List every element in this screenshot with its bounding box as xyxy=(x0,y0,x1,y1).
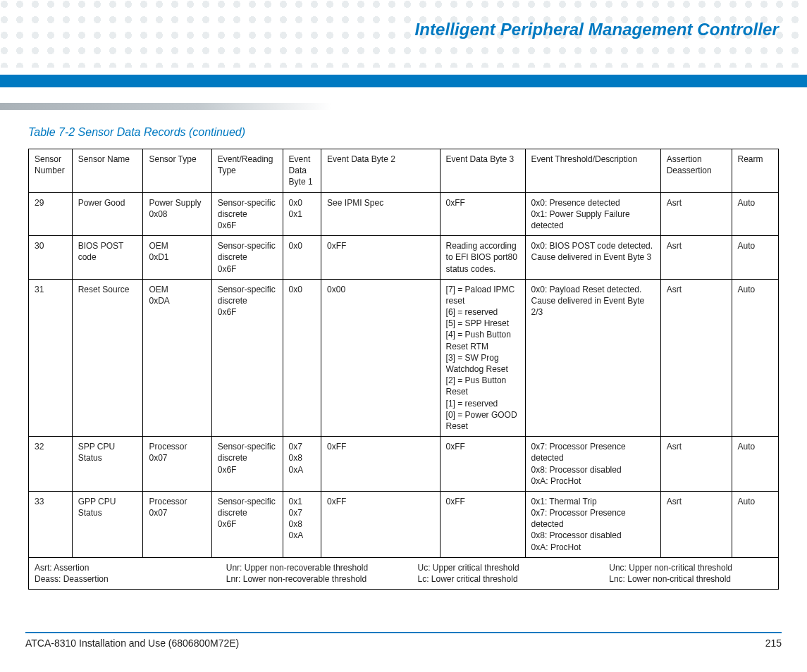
table-row: 29Power GoodPower Supply 0x08Sensor-spec… xyxy=(29,192,779,236)
th-event-data-byte3: Event Data Byte 3 xyxy=(440,149,525,193)
th-assertion: Assertion Deassertion xyxy=(660,149,732,193)
cell-ass: Asrt xyxy=(660,437,732,492)
cell-rearm: Auto xyxy=(732,437,778,492)
cell-num: 32 xyxy=(29,437,73,492)
sensor-data-table: Sensor Number Sensor Name Sensor Type Ev… xyxy=(28,149,779,590)
table-row: 32SPP CPU StatusProcessor0x07Sensor-spec… xyxy=(29,437,779,492)
cell-num: 30 xyxy=(29,236,73,280)
cell-b2: See IPMI Spec xyxy=(321,192,440,236)
cell-b2: 0x00 xyxy=(321,279,440,436)
th-sensor-number: Sensor Number xyxy=(29,149,73,193)
cell-num: 29 xyxy=(29,192,73,236)
cell-name: BIOS POST code xyxy=(72,236,143,280)
cell-name: GPP CPU Status xyxy=(72,491,143,557)
cell-desc: 0x0: Presence detected0x1: Power Supply … xyxy=(525,192,660,236)
cell-b1: 0x0 xyxy=(283,279,321,436)
header-gray-bar xyxy=(0,103,331,110)
cell-b2: 0xFF xyxy=(321,491,440,557)
cell-evt: Sensor-specific discrete0x6F xyxy=(211,192,283,236)
legend-deass: Deass: Deassertion xyxy=(35,573,198,585)
legend-lnr: Lnr: Lower non-recoverable threshold xyxy=(226,573,390,585)
th-sensor-name: Sensor Name xyxy=(72,149,143,193)
header-blue-bar xyxy=(0,75,807,87)
th-event-reading-type: Event/Reading Type xyxy=(211,149,283,193)
cell-b3: 0xFF xyxy=(440,192,525,236)
legend-lnc: Lnc: Lower non-critical threshold xyxy=(609,573,772,585)
cell-b1: 0x70x80xA xyxy=(283,437,321,492)
th-sensor-type: Sensor Type xyxy=(143,149,211,193)
cell-name: SPP CPU Status xyxy=(72,437,143,492)
cell-evt: Sensor-specific discrete0x6F xyxy=(211,491,283,557)
cell-type: Power Supply 0x08 xyxy=(143,192,211,236)
footer-page-number: 215 xyxy=(765,637,782,649)
table-legend-row: Asrt: Assertion Deass: Deassertion Unr: … xyxy=(29,557,779,589)
chapter-title: Intelligent Peripheral Management Contro… xyxy=(415,20,780,39)
page-content: Table 7-2 Sensor Data Records (continued… xyxy=(0,126,807,590)
cell-b1: 0x0 xyxy=(283,236,321,280)
cell-type: OEM0xD1 xyxy=(143,236,211,280)
cell-b1: 0x10x70x80xA xyxy=(283,491,321,557)
legend-unc: Unc: Upper non-critical threshold xyxy=(609,562,772,573)
th-event-data-byte1: Event Data Byte 1 xyxy=(283,149,321,193)
cell-desc: 0x1: Thermal Trip0x7: Processor Presence… xyxy=(525,491,660,557)
cell-rearm: Auto xyxy=(732,192,778,236)
cell-num: 33 xyxy=(29,491,73,557)
table-row: 31Reset SourceOEM0xDASensor-specific dis… xyxy=(29,279,779,436)
footer-doc-title: ATCA-8310 Installation and Use (6806800M… xyxy=(25,637,239,649)
cell-ass: Asrt xyxy=(660,192,732,236)
table-row: 30BIOS POST codeOEM0xD1Sensor-specific d… xyxy=(29,236,779,280)
cell-desc: 0x0: Payload Reset detected. Cause deliv… xyxy=(525,279,660,436)
page-footer: ATCA-8310 Installation and Use (6806800M… xyxy=(25,632,782,649)
cell-desc: 0x7: Processor Presence detected0x8: Pro… xyxy=(525,437,660,492)
legend-asrt: Asrt: Assertion xyxy=(35,562,198,573)
cell-rearm: Auto xyxy=(732,491,778,557)
legend-uc: Uc: Upper critical threshold xyxy=(418,562,581,573)
page-header: Intelligent Peripheral Management Contro… xyxy=(0,0,807,116)
table-row: 33GPP CPU StatusProcessor0x07Sensor-spec… xyxy=(29,491,779,557)
cell-b3: 0xFF xyxy=(440,491,525,557)
cell-ass: Asrt xyxy=(660,491,732,557)
cell-name: Power Good xyxy=(72,192,143,236)
legend-unr: Unr: Upper non-recoverable threshold xyxy=(226,562,390,573)
th-threshold-desc: Event Threshold/Description xyxy=(525,149,660,193)
legend-lc: Lc: Lower critical threshold xyxy=(418,573,581,585)
cell-type: Processor0x07 xyxy=(143,437,211,492)
cell-evt: Sensor-specific discrete0x6F xyxy=(211,236,283,280)
cell-type: Processor0x07 xyxy=(143,491,211,557)
cell-evt: Sensor-specific discrete0x6F xyxy=(211,437,283,492)
th-event-data-byte2: Event Data Byte 2 xyxy=(321,149,440,193)
cell-rearm: Auto xyxy=(732,279,778,436)
table-header-row: Sensor Number Sensor Name Sensor Type Ev… xyxy=(29,149,779,193)
th-rearm: Rearm xyxy=(732,149,778,193)
cell-ass: Asrt xyxy=(660,236,732,280)
cell-b3: [7] = Paload IPMC reset[6] = reserved[5]… xyxy=(440,279,525,436)
cell-b1: 0x00x1 xyxy=(283,192,321,236)
cell-b2: 0xFF xyxy=(321,437,440,492)
cell-ass: Asrt xyxy=(660,279,732,436)
table-caption: Table 7-2 Sensor Data Records (continued… xyxy=(28,126,779,139)
cell-num: 31 xyxy=(29,279,73,436)
cell-evt: Sensor-specific discrete0x6F xyxy=(211,279,283,436)
cell-b2: 0xFF xyxy=(321,236,440,280)
cell-name: Reset Source xyxy=(72,279,143,436)
cell-b3: Reading according to EFI BIOS port80 sta… xyxy=(440,236,525,280)
cell-b3: 0xFF xyxy=(440,437,525,492)
cell-desc: 0x0: BIOS POST code detected. Cause deli… xyxy=(525,236,660,280)
cell-rearm: Auto xyxy=(732,236,778,280)
cell-type: OEM0xDA xyxy=(143,279,211,436)
